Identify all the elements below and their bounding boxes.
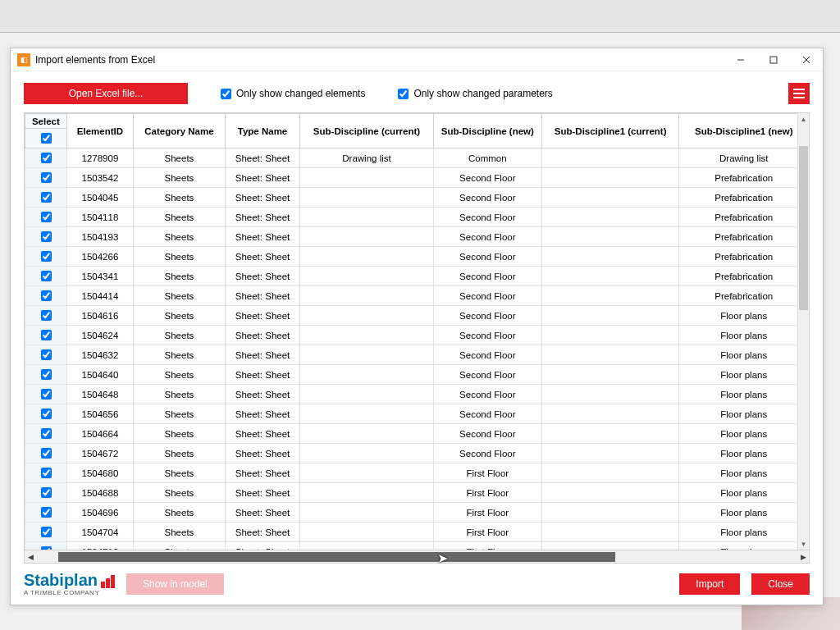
col-header-sub-current[interactable]: Sub-Discipline (current) bbox=[300, 114, 434, 148]
horizontal-scroll-thumb[interactable] bbox=[58, 552, 615, 562]
close-button[interactable]: Close bbox=[751, 573, 810, 595]
table-row[interactable]: 1504696SheetsSheet: SheetFirst FloorFloo… bbox=[25, 503, 809, 523]
menu-button[interactable] bbox=[788, 83, 810, 104]
only-changed-params-checkbox[interactable] bbox=[398, 89, 409, 99]
table-row[interactable]: 1504266SheetsSheet: SheetSecond FloorPre… bbox=[25, 247, 809, 267]
row-checkbox[interactable] bbox=[41, 428, 52, 439]
table-row[interactable]: 1504680SheetsSheet: SheetFirst FloorFloo… bbox=[25, 463, 809, 483]
import-button[interactable]: Import bbox=[679, 573, 740, 595]
table-row[interactable]: 1504193SheetsSheet: SheetSecond FloorPre… bbox=[25, 227, 809, 247]
row-checkbox[interactable] bbox=[41, 507, 52, 518]
row-checkbox[interactable] bbox=[41, 487, 52, 498]
col-header-sub1-new[interactable]: Sub-Discipline1 (new) bbox=[679, 114, 809, 148]
only-changed-elements-checkbox[interactable] bbox=[221, 89, 231, 99]
table-row[interactable]: 1504672SheetsSheet: SheetSecond FloorFlo… bbox=[25, 444, 809, 463]
col-header-sub1-current[interactable]: Sub-Discipline1 (current) bbox=[541, 114, 679, 148]
row-checkbox[interactable] bbox=[41, 271, 52, 281]
row-select-cell[interactable] bbox=[25, 463, 67, 483]
only-changed-elements-toggle[interactable]: Only show changed elements bbox=[221, 88, 365, 99]
maximize-button[interactable] bbox=[757, 48, 790, 71]
vertical-scrollbar[interactable]: ▲ ▼ bbox=[797, 113, 809, 550]
table-row[interactable]: 1504624SheetsSheet: SheetSecond FloorFlo… bbox=[25, 326, 809, 345]
table-row[interactable]: 1504664SheetsSheet: SheetSecond FloorFlo… bbox=[25, 424, 809, 444]
row-select-cell[interactable] bbox=[25, 148, 67, 168]
table-row[interactable]: 1504704SheetsSheet: SheetFirst FloorFloo… bbox=[25, 523, 809, 542]
row-select-cell[interactable] bbox=[25, 227, 67, 247]
row-checkbox[interactable] bbox=[41, 153, 52, 163]
table-row[interactable]: 1278909SheetsSheet: SheetDrawing listCom… bbox=[25, 148, 809, 168]
row-checkbox[interactable] bbox=[41, 290, 52, 301]
row-select-cell[interactable] bbox=[25, 365, 67, 385]
cell-category: Sheets bbox=[134, 227, 226, 247]
table-row[interactable]: 1504648SheetsSheet: SheetSecond FloorFlo… bbox=[25, 385, 809, 404]
row-checkbox[interactable] bbox=[41, 349, 52, 360]
table-row[interactable]: 1504712SheetsSheet: SheetFirst FloorFloo… bbox=[25, 542, 809, 551]
close-window-button[interactable] bbox=[790, 48, 823, 71]
cell-sub1-new: Floor plans bbox=[679, 365, 809, 385]
row-checkbox[interactable] bbox=[41, 389, 52, 399]
row-checkbox[interactable] bbox=[41, 468, 52, 478]
row-select-cell[interactable] bbox=[25, 542, 67, 551]
scroll-down-icon[interactable]: ▼ bbox=[798, 538, 809, 550]
row-select-cell[interactable] bbox=[25, 424, 67, 444]
table-row[interactable]: 1504688SheetsSheet: SheetFirst FloorFloo… bbox=[25, 483, 809, 503]
row-select-cell[interactable] bbox=[25, 444, 67, 463]
col-header-sub-new[interactable]: Sub-Discipline (new) bbox=[433, 114, 541, 148]
scroll-right-icon[interactable]: ▶ bbox=[797, 551, 809, 563]
row-checkbox[interactable] bbox=[41, 369, 52, 380]
row-select-cell[interactable] bbox=[25, 404, 67, 424]
horizontal-scrollbar[interactable]: ◀ ▶ bbox=[24, 550, 810, 564]
row-checkbox[interactable] bbox=[41, 330, 52, 340]
table-row[interactable]: 1504045SheetsSheet: SheetSecond FloorPre… bbox=[25, 188, 809, 208]
row-checkbox[interactable] bbox=[41, 310, 52, 321]
row-checkbox[interactable] bbox=[41, 231, 52, 242]
row-checkbox[interactable] bbox=[41, 448, 52, 459]
row-select-cell[interactable] bbox=[25, 286, 67, 306]
row-select-cell[interactable] bbox=[25, 208, 67, 227]
only-changed-elements-label: Only show changed elements bbox=[236, 88, 365, 99]
cell-category: Sheets bbox=[134, 247, 226, 267]
table-row[interactable]: 1504414SheetsSheet: SheetSecond FloorPre… bbox=[25, 286, 809, 306]
row-select-cell[interactable] bbox=[25, 483, 67, 503]
row-select-cell[interactable] bbox=[25, 267, 67, 286]
col-header-element-id[interactable]: ElementID bbox=[66, 114, 133, 148]
open-excel-button[interactable]: Open Excel file... bbox=[24, 83, 188, 104]
col-header-type-name[interactable]: Type Name bbox=[225, 114, 299, 148]
col-header-select-all[interactable] bbox=[25, 129, 67, 148]
row-checkbox[interactable] bbox=[41, 409, 52, 419]
row-checkbox[interactable] bbox=[41, 251, 52, 262]
minimize-button[interactable] bbox=[724, 48, 757, 71]
col-header-category[interactable]: Category Name bbox=[134, 114, 226, 148]
row-select-cell[interactable] bbox=[25, 247, 67, 267]
table-row[interactable]: 1504656SheetsSheet: SheetSecond FloorFlo… bbox=[25, 404, 809, 424]
row-checkbox[interactable] bbox=[41, 212, 52, 222]
row-select-cell[interactable] bbox=[25, 306, 67, 326]
cell-type-name: Sheet: Sheet bbox=[225, 286, 299, 306]
table-row[interactable]: 1504118SheetsSheet: SheetSecond FloorPre… bbox=[25, 208, 809, 227]
row-checkbox[interactable] bbox=[41, 192, 52, 203]
vertical-scroll-thumb[interactable] bbox=[799, 146, 808, 310]
row-select-cell[interactable] bbox=[25, 326, 67, 345]
table-row[interactable]: 1504640SheetsSheet: SheetSecond FloorFlo… bbox=[25, 365, 809, 385]
cell-type-name: Sheet: Sheet bbox=[225, 542, 299, 551]
row-checkbox[interactable] bbox=[41, 172, 52, 183]
row-select-cell[interactable] bbox=[25, 168, 67, 188]
cell-sub-new: Second Floor bbox=[433, 404, 541, 424]
table-row[interactable]: 1504616SheetsSheet: SheetSecond FloorFlo… bbox=[25, 306, 809, 326]
show-in-model-button[interactable]: Show in model bbox=[126, 573, 224, 595]
table-row[interactable]: 1504632SheetsSheet: SheetSecond FloorFlo… bbox=[25, 345, 809, 365]
select-all-checkbox[interactable] bbox=[41, 133, 52, 144]
table-row[interactable]: 1504341SheetsSheet: SheetSecond FloorPre… bbox=[25, 267, 809, 286]
row-select-cell[interactable] bbox=[25, 385, 67, 404]
row-checkbox[interactable] bbox=[41, 527, 52, 537]
scroll-left-icon[interactable]: ◀ bbox=[25, 551, 36, 563]
scroll-up-icon[interactable]: ▲ bbox=[798, 113, 809, 125]
row-select-cell[interactable] bbox=[25, 523, 67, 542]
only-changed-params-toggle[interactable]: Only show changed parameters bbox=[398, 88, 552, 99]
row-select-cell[interactable] bbox=[25, 345, 67, 365]
cell-type-name: Sheet: Sheet bbox=[225, 208, 299, 227]
row-select-cell[interactable] bbox=[25, 188, 67, 208]
col-header-select-label[interactable]: Select bbox=[25, 114, 67, 129]
table-row[interactable]: 1503542SheetsSheet: SheetSecond FloorPre… bbox=[25, 168, 809, 188]
row-select-cell[interactable] bbox=[25, 503, 67, 523]
